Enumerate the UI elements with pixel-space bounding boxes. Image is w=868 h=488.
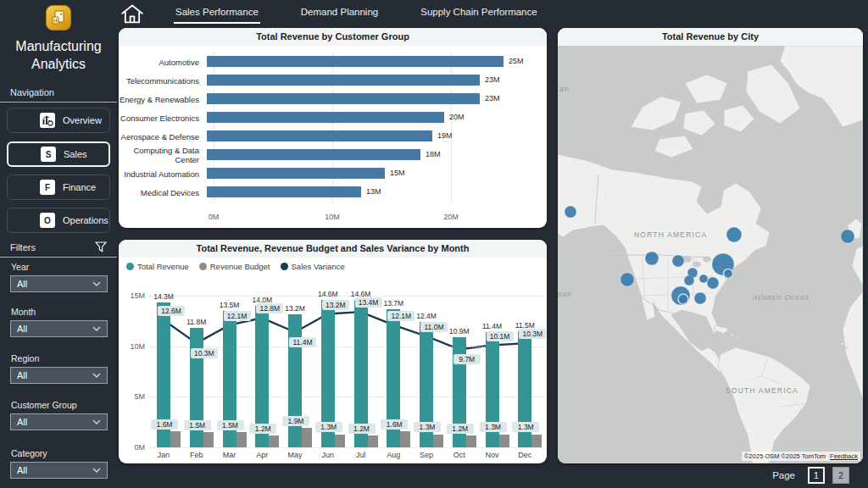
x-axis-month-label: Jun bbox=[311, 451, 345, 459]
category-label: Computing & Data Center bbox=[119, 146, 207, 164]
total-revenue-label: 10.9M bbox=[444, 327, 475, 336]
legend-label: Sales Variance bbox=[292, 262, 345, 271]
revenue-budget-bar[interactable] bbox=[302, 428, 312, 447]
bar-row[interactable]: Energy & Renewables23M bbox=[119, 90, 547, 108]
y-axis-tick: 15M bbox=[123, 291, 145, 300]
city-bubble[interactable] bbox=[672, 255, 684, 267]
city-bubble[interactable] bbox=[645, 252, 659, 265]
bar[interactable] bbox=[207, 130, 432, 141]
revenue-budget-label: 1.2M bbox=[447, 424, 474, 434]
sales-variance-label: 12.6M bbox=[158, 306, 185, 316]
tab-sales-performance[interactable]: Sales Performance bbox=[174, 3, 260, 24]
revenue-budget-bar[interactable] bbox=[368, 435, 378, 447]
filter-funnel-icon bbox=[95, 241, 107, 252]
sidebar-item-sales[interactable]: SSales bbox=[7, 141, 110, 167]
bar[interactable] bbox=[207, 112, 444, 123]
x-axis-month-label: Apr bbox=[245, 451, 279, 459]
x-axis-month-label: Jul bbox=[344, 451, 378, 459]
city-bubble[interactable] bbox=[565, 206, 576, 218]
total-revenue-bar[interactable] bbox=[288, 314, 302, 447]
home-icon[interactable] bbox=[120, 3, 144, 25]
sidebar-item-label: Finance bbox=[63, 182, 96, 192]
revenue-budget-bar[interactable] bbox=[400, 431, 410, 447]
revenue-budget-bar[interactable] bbox=[170, 431, 181, 447]
city-bubble[interactable] bbox=[684, 275, 694, 286]
city-bubble[interactable] bbox=[678, 294, 688, 304]
city-bubble[interactable] bbox=[726, 227, 742, 242]
filter-month: MonthAll bbox=[0, 307, 117, 337]
bar[interactable] bbox=[207, 186, 361, 197]
total-revenue-label: 13.5M bbox=[214, 301, 245, 309]
filter-dropdown[interactable]: All bbox=[10, 367, 108, 384]
bar[interactable] bbox=[207, 56, 504, 67]
legend-item[interactable]: Total Revenue bbox=[126, 262, 189, 271]
legend-label: Revenue Budget bbox=[210, 262, 270, 271]
revenue-budget-bar[interactable] bbox=[499, 435, 509, 448]
sidebar: Manufacturing Analytics Navigation Overv… bbox=[0, 0, 117, 488]
sales-variance-label: 10.3M bbox=[191, 348, 218, 358]
bar-track: 25M bbox=[207, 53, 547, 71]
chevron-down-icon bbox=[92, 281, 101, 286]
map-feedback-link[interactable]: Feedback bbox=[830, 452, 858, 460]
filter-customer-group: Customer GroupAll bbox=[0, 400, 117, 430]
legend-item[interactable]: Revenue Budget bbox=[199, 262, 270, 271]
bar-row[interactable]: Medical Devices13M bbox=[119, 183, 547, 202]
bar[interactable] bbox=[207, 168, 385, 179]
revenue-budget-bar[interactable] bbox=[335, 435, 345, 448]
revenue-budget-label: 1.3M bbox=[512, 422, 539, 432]
city-bubble[interactable] bbox=[707, 277, 719, 289]
city-bubble[interactable] bbox=[620, 273, 634, 286]
city-bubble[interactable] bbox=[841, 230, 854, 243]
bar-track: 19M bbox=[207, 127, 547, 146]
app-title-line1: Manufacturing bbox=[0, 37, 117, 55]
bar-row[interactable]: Industrial Automation15M bbox=[119, 164, 547, 183]
revenue-budget-bar[interactable] bbox=[203, 432, 214, 447]
filter-dropdown[interactable]: All bbox=[10, 413, 108, 430]
legend-dot bbox=[126, 263, 134, 270]
y-axis-tick: 10M bbox=[123, 342, 145, 351]
bar-row[interactable]: Computing & Data Center18M bbox=[119, 146, 547, 164]
revenue-budget-label: 1.2M bbox=[348, 424, 376, 434]
revenue-budget-bar[interactable] bbox=[531, 435, 542, 448]
revenue-budget-label: 1.5M bbox=[217, 420, 244, 430]
sales-variance-label: 11.4M bbox=[289, 337, 316, 347]
bar[interactable] bbox=[207, 75, 480, 86]
bar-row[interactable]: Aerospace & Defense19M bbox=[119, 127, 547, 146]
sidebar-item-operations[interactable]: OOperations bbox=[7, 208, 110, 233]
filters-header: Filters bbox=[0, 241, 117, 258]
sidebar-item-overview[interactable]: Overview bbox=[7, 108, 110, 133]
bar-value-label: 18M bbox=[426, 150, 441, 158]
filter-dropdown[interactable]: All bbox=[10, 275, 108, 292]
x-axis-tick: 0M bbox=[209, 213, 220, 221]
city-bubble[interactable] bbox=[694, 292, 706, 304]
bar-row[interactable]: Telecommunications23M bbox=[119, 71, 547, 90]
page-button-1[interactable]: 1 bbox=[808, 467, 825, 484]
tab-demand-planning[interactable]: Demand Planning bbox=[299, 3, 380, 24]
page-button-2[interactable]: 2 bbox=[832, 467, 849, 484]
x-axis-month-label: Sep bbox=[409, 451, 443, 459]
revenue-budget-bar[interactable] bbox=[466, 435, 476, 447]
bar-row[interactable]: Automotive25M bbox=[119, 53, 547, 71]
chart-title: Total Revenue by Customer Group bbox=[119, 28, 547, 46]
legend-item[interactable]: Sales Variance bbox=[281, 262, 345, 271]
category-label: Automotive bbox=[119, 58, 207, 67]
sidebar-item-finance[interactable]: FFinance bbox=[7, 175, 110, 200]
bar-row[interactable]: Consumer Electronics20M bbox=[119, 108, 547, 127]
filter-dropdown[interactable]: All bbox=[10, 320, 108, 337]
revenue-budget-label: 1.6M bbox=[151, 419, 178, 430]
city-bubble[interactable] bbox=[699, 274, 708, 283]
bar-value-label: 25M bbox=[509, 57, 524, 65]
map-canvas[interactable]: an NORTH AMERICA ean Atlantic Ocean SOUT… bbox=[558, 46, 863, 463]
tab-supply-chain-performance[interactable]: Supply Chain Performance bbox=[419, 3, 538, 24]
bar[interactable] bbox=[207, 93, 480, 104]
filter-label: Customer Group bbox=[11, 400, 117, 410]
revenue-budget-bar[interactable] bbox=[236, 432, 247, 447]
revenue-budget-bar[interactable] bbox=[269, 435, 279, 447]
x-axis-tick: 20M bbox=[443, 213, 459, 221]
filter-dropdown[interactable]: All bbox=[10, 462, 108, 479]
report-tabs: Sales PerformanceDemand PlanningSupply C… bbox=[174, 0, 539, 27]
bar[interactable] bbox=[207, 149, 420, 160]
revenue-budget-label: 1.6M bbox=[381, 419, 408, 430]
city-bubble[interactable] bbox=[724, 269, 733, 279]
revenue-budget-bar[interactable] bbox=[433, 435, 443, 448]
